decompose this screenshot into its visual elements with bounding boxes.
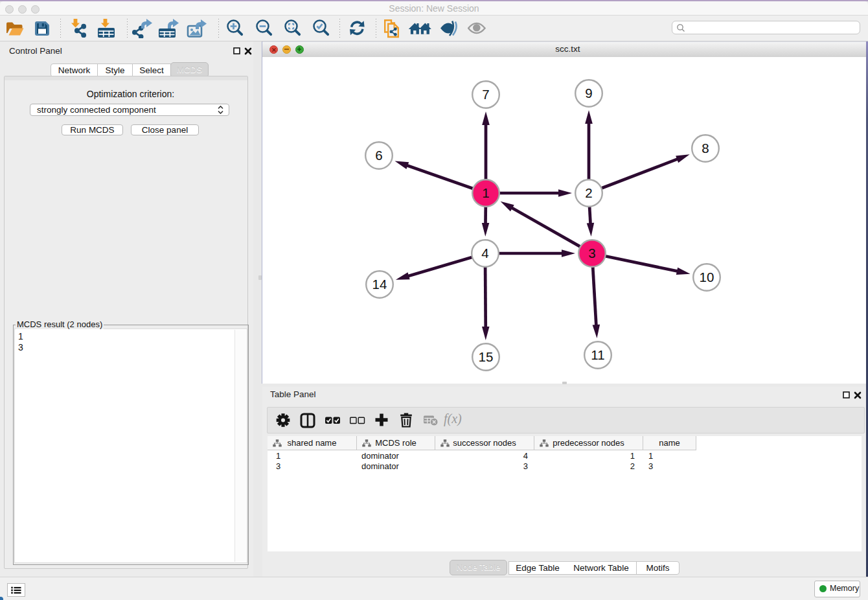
svg-text:9: 9 (585, 86, 592, 100)
svg-text:10: 10 (700, 270, 714, 284)
svg-text:4: 4 (481, 246, 488, 260)
svg-text:1: 1 (482, 185, 489, 200)
svg-text:14: 14 (372, 277, 387, 292)
svg-text:3: 3 (588, 246, 595, 260)
svg-text:15: 15 (479, 349, 494, 364)
svg-text:2: 2 (585, 185, 592, 200)
svg-text:7: 7 (482, 87, 489, 102)
svg-text:11: 11 (591, 347, 604, 362)
svg-text:8: 8 (702, 141, 709, 156)
svg-text:6: 6 (375, 148, 382, 163)
